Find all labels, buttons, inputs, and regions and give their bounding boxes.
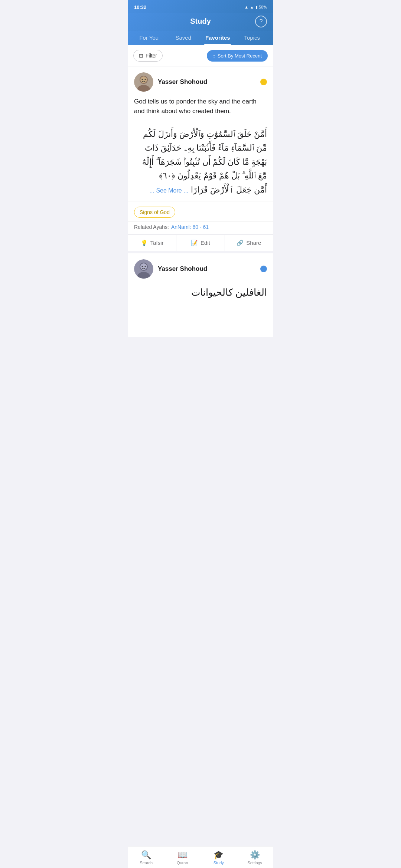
- card-2-dot: [260, 266, 267, 272]
- tab-for-you[interactable]: For You: [132, 31, 166, 45]
- help-button[interactable]: ?: [255, 16, 267, 27]
- card-1-body-text: God tells us to ponder the sky and the e…: [128, 95, 273, 121]
- card-1-author: Yasser Shohoud: [134, 72, 207, 92]
- page-title: Study: [190, 17, 211, 26]
- card-2-author: Yasser Shohoud: [134, 259, 207, 279]
- status-icons: ▲ ▲ ▮ 50%: [244, 5, 267, 10]
- avatar-1: [134, 72, 153, 92]
- svg-point-10: [142, 266, 143, 267]
- card-2-header: Yasser Shohoud: [128, 253, 273, 282]
- wifi-icon: ▲: [244, 5, 248, 9]
- avatar-2: [134, 259, 153, 279]
- card-1-author-name: Yasser Shohoud: [158, 78, 207, 86]
- card-1-actions: 💡 Tafsir 📝 Edit 🔗 Share: [128, 234, 273, 251]
- svg-point-9: [140, 263, 147, 270]
- tag-signs-of-god[interactable]: Signs of God: [134, 207, 175, 218]
- share-button[interactable]: 🔗 Share: [225, 235, 273, 251]
- tabs-bar: For You Saved Favorites Topics: [128, 31, 273, 45]
- status-time: 10:32: [134, 4, 146, 10]
- card-1-related: Related Ayahs: AnNaml: 60 - 61: [128, 221, 273, 234]
- edit-icon: 📝: [191, 240, 198, 246]
- tafsir-icon: 💡: [141, 240, 148, 246]
- content-area: Yasser Shohoud God tells us to ponder th…: [128, 66, 273, 337]
- filter-icon: ⊟: [139, 53, 143, 59]
- svg-point-11: [145, 266, 146, 267]
- see-more-link[interactable]: ... See More ...: [150, 187, 189, 194]
- svg-point-5: [145, 79, 146, 80]
- tab-topics[interactable]: Topics: [235, 31, 270, 45]
- card-2-arabic: الغافلين كالحيوانات: [128, 282, 273, 307]
- status-bar: 10:32 ▲ ▲ ▮ 50%: [128, 0, 273, 13]
- related-ayahs-link[interactable]: AnNaml: 60 - 61: [171, 224, 209, 230]
- sort-button[interactable]: ↕ Sort By Most Recent: [207, 50, 268, 62]
- card-1-dot: [260, 79, 267, 85]
- card-2: Yasser Shohoud الغافلين كالحيوانات: [128, 253, 273, 337]
- card-1: Yasser Shohoud God tells us to ponder th…: [128, 66, 273, 251]
- sort-icon: ↕: [213, 53, 215, 59]
- card-2-author-name: Yasser Shohoud: [158, 265, 207, 273]
- tafsir-button[interactable]: 💡 Tafsir: [128, 235, 176, 251]
- filter-bar: ⊟ Filter ↕ Sort By Most Recent: [128, 45, 273, 66]
- tab-favorites[interactable]: Favorites: [200, 31, 235, 45]
- svg-point-4: [142, 79, 143, 80]
- card-1-tags: Signs of God: [128, 201, 273, 221]
- header: Study ?: [128, 13, 273, 31]
- card-1-header: Yasser Shohoud: [128, 66, 273, 95]
- signal-icon: ▲: [250, 5, 254, 9]
- card-1-arabic: أَمَّنْ خَلَقَ ٱلسَّمَٰوَٰتِ وَٱلْأَرْضَ…: [128, 121, 273, 201]
- share-icon: 🔗: [237, 240, 244, 246]
- svg-point-3: [140, 76, 147, 83]
- edit-button[interactable]: 📝 Edit: [176, 235, 225, 251]
- battery-icon: ▮ 50%: [255, 5, 267, 10]
- filter-button[interactable]: ⊟ Filter: [133, 50, 163, 62]
- tab-saved[interactable]: Saved: [166, 31, 201, 45]
